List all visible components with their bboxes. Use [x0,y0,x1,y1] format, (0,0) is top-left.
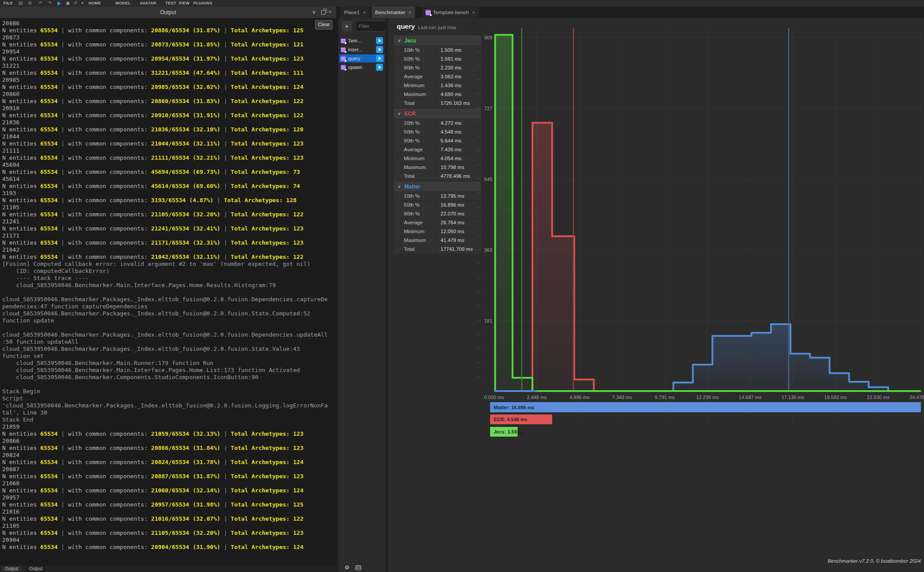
stat-label: Average [394,73,436,81]
output-panel-title: Output [0,7,336,18]
stat-label: Minimum [394,227,436,236]
console-line: 21105 [2,204,336,211]
console-line: N entities 65534 | with common component… [2,211,336,218]
stats-row: 50th %4.548 ms [394,128,481,136]
console-line: 20887 [2,466,336,473]
menu-model[interactable]: MODEL [115,1,131,5]
stats-row: Minimum4.054 ms [394,154,481,163]
bench-item-query[interactable]: query [339,54,384,62]
menu-home[interactable]: HOME [88,1,101,5]
console-error-line: Stack Begin [2,388,336,395]
chevron-down-icon: ∨ [398,38,401,43]
x-tick-label: 7.343 ms [612,395,633,400]
stat-label: 50th % [394,128,436,136]
console-error-line: ---- Stack trace ---- [2,275,336,282]
console-error-line: (ID: computedCallbackError) [2,268,336,275]
output-console[interactable]: 20886N entities 65534 | with common comp… [0,18,336,566]
console-line: N entities 65534 | with common component… [2,225,336,232]
x-tick-label: 9.791 ms [655,395,675,400]
console-error-line: cloud_5853950046.Benchmarker.Packages._I… [2,331,336,338]
script-icon [341,56,345,61]
tab-close-icon[interactable]: × [472,10,475,15]
dock-tab-output-2[interactable]: Output [26,566,46,572]
bench-item-inser[interactable]: inser... [339,46,384,54]
section-header-jecs[interactable]: ∨Jecs [394,35,481,46]
console-line: N entities 65534 | with common component… [2,253,336,261]
chevron-down-icon: ∨ [398,111,401,116]
list-scrollbar[interactable] [385,18,388,572]
bench-item-label: Tem... [348,38,361,43]
loop-icon[interactable]: ↺ [73,0,77,5]
doc-tab-place1[interactable]: Place1× [341,7,369,18]
bench-item-spawn[interactable]: spawn [339,63,384,71]
section-header-matter[interactable]: ∨Matter [394,181,481,192]
console-line: N entities 65534 | with common component… [2,239,336,246]
run-benchmark-button[interactable] [376,46,383,53]
tab-close-icon[interactable]: × [363,10,365,15]
dock-tab-output-1[interactable]: Output [1,566,22,572]
console-error-line: function set [2,353,336,360]
console-line: 20824 [2,452,336,459]
console-line: 31221 [2,62,336,69]
section-header-ecr[interactable]: ∨ECR [394,108,481,119]
clipboard-icon[interactable]: ▤ [19,0,23,5]
menu-test[interactable]: TEST [165,1,176,5]
tab-close-icon[interactable]: × [408,10,411,15]
console-line: 3193 [2,190,336,197]
doc-tab-benchmarker[interactable]: Benchmarker× [372,7,415,18]
console-line: N entities 65534 | with common component… [2,430,336,438]
menu-plugins[interactable]: PLUGINS [193,1,212,5]
histogram-chart: 1813635457279090.000 ms2.448 ms4.896 ms7… [469,18,924,456]
console-error-line [2,381,336,388]
run-benchmark-button[interactable] [376,37,383,44]
run-benchmark-button[interactable] [376,64,383,71]
docs-book-icon[interactable] [356,565,361,570]
stop-button[interactable] [66,2,69,5]
console-line: 21042 [2,246,336,253]
doc-tab-template-bench[interactable]: Template.bench× [422,7,479,18]
benchmarker-region: Place1×Benchmarker×Template.bench× + Fil… [338,7,924,572]
stats-row: Total1726.163 ms [394,99,481,107]
undock-icon[interactable] [321,10,326,15]
bench-item-tem[interactable]: Tem... [339,37,384,45]
play-button[interactable] [58,1,61,6]
menu-avatar[interactable]: AVATAR [140,1,156,5]
console-line: 45614 [2,176,336,183]
stat-label: Minimum [394,81,436,90]
console-line: 20866 [2,438,336,445]
clear-button[interactable]: Clear [315,20,333,30]
run-benchmark-button[interactable] [376,55,383,62]
console-line: 21171 [2,232,336,239]
settings-gear-icon[interactable]: ⚙ [345,564,349,571]
redo-icon[interactable]: ↷ [48,0,52,5]
stat-label: 10th % [394,119,436,127]
x-tick-label: 4.896 ms [569,395,590,400]
chevron-down-icon[interactable]: ∨ [311,7,318,18]
legend-label: ECR: 4.548 ms [494,417,527,422]
menu-view[interactable]: VIEW [179,1,190,5]
add-benchmark-button[interactable]: + [341,21,352,31]
stats-row: 10th %1.505 ms [394,46,481,54]
close-icon[interactable]: × [326,7,334,18]
script-icon [341,38,345,43]
console-line: 20985 [2,77,336,84]
bench-item-label: query [348,56,360,61]
y-tick-label: 727 [484,106,492,111]
console-error-line: cloud_5853950046.Benchmarker.Main.Interf… [2,282,336,289]
undo-icon[interactable]: ↶ [39,0,43,5]
console-error-line: cloud_5853950046.Benchmarker.Main.Interf… [2,367,336,374]
mode-dropdown-icon[interactable]: ▾ [81,0,84,5]
stat-label: Total [394,245,436,253]
output-titlebar: Output ∨ × [0,7,336,18]
console-line: 20954 [2,48,336,55]
filter-input[interactable]: Filter [355,21,386,31]
console-line: 20904 [2,537,336,544]
console-line: N entities 65534 | with common component… [2,501,336,508]
copy-icon[interactable]: ⧉ [28,0,32,6]
console-line: 21105 [2,522,336,530]
stat-label: Total [394,99,436,107]
menubar: FILE ▤ ⧉ ↶ ↷ ↺ ▾ HOMEMODELAVATARTESTVIEW… [0,0,924,7]
console-line: N entities 65534 | with common component… [2,169,336,176]
stats-tables: ∨Jecs10th %1.505 ms50th %1.591 ms90th %2… [394,35,481,253]
file-menu[interactable]: FILE [4,1,13,5]
